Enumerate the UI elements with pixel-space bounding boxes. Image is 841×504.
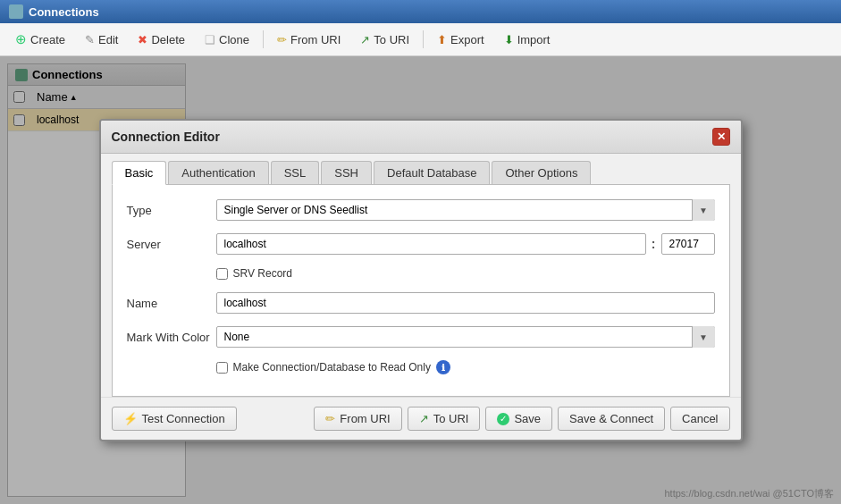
server-label: Server xyxy=(127,238,216,251)
tab-other-options[interactable]: Other Options xyxy=(492,161,591,184)
dialog-close-button[interactable]: ✕ xyxy=(712,128,730,146)
dialog-tabs: Basic Authentication SSL SSH Default Dat… xyxy=(101,154,741,184)
export-icon: ⬆ xyxy=(437,33,447,46)
to-uri-toolbar-button[interactable]: ↗ To URI xyxy=(352,29,417,50)
edit-icon: ✎ xyxy=(85,33,95,46)
save-button[interactable]: ✓ Save xyxy=(485,407,552,431)
color-row: Mark With Color ▼ xyxy=(127,326,715,348)
type-label: Type xyxy=(127,204,216,217)
toolbar: ⊕ Create ✎ Edit ✖ Delete ❑ Clone ✏ From … xyxy=(0,23,841,56)
tab-basic-content: Type ▼ Server xyxy=(112,184,730,397)
from-uri-button[interactable]: ✏ From URI xyxy=(269,29,349,50)
footer-to-uri-icon: ↗ xyxy=(419,412,429,425)
name-input[interactable] xyxy=(216,292,715,314)
content-area: Connections Name ▲ localhost xyxy=(0,56,841,504)
server-port-row: : xyxy=(216,233,715,255)
from-uri-icon: ✏ xyxy=(277,33,287,46)
info-icon[interactable]: ℹ xyxy=(436,360,450,374)
delete-icon: ✖ xyxy=(138,33,147,46)
type-input[interactable] xyxy=(216,199,715,221)
srv-row: SRV Record xyxy=(127,267,715,280)
readonly-label: Make Connection/Database to Read Only xyxy=(233,361,431,374)
color-label: Mark With Color xyxy=(127,331,216,344)
to-uri-toolbar-icon: ↗ xyxy=(360,33,370,46)
footer-to-uri-button[interactable]: ↗ To URI xyxy=(408,407,481,431)
tab-authentication[interactable]: Authentication xyxy=(168,161,268,184)
plus-circle-icon: ⊕ xyxy=(15,31,27,47)
edit-button[interactable]: ✎ Edit xyxy=(77,29,126,50)
tab-default-database[interactable]: Default Database xyxy=(374,161,490,184)
srv-label: SRV Record xyxy=(233,267,292,280)
import-icon: ⬇ xyxy=(504,33,514,46)
port-input[interactable] xyxy=(661,233,715,255)
color-dropdown-arrow[interactable]: ▼ xyxy=(692,326,715,348)
create-button[interactable]: ⊕ Create xyxy=(7,28,73,51)
export-button[interactable]: ⬆ Export xyxy=(429,29,492,50)
toolbar-separator-2 xyxy=(423,30,424,48)
srv-checkbox[interactable] xyxy=(216,268,228,280)
delete-button[interactable]: ✖ Delete xyxy=(130,29,193,50)
footer-from-uri-button[interactable]: ✏ From URI xyxy=(314,407,401,431)
name-control xyxy=(216,292,715,314)
type-row: Type ▼ xyxy=(127,199,715,221)
dialog-title-bar: Connection Editor ✕ xyxy=(101,121,741,154)
save-connect-button[interactable]: Save & Connect xyxy=(558,407,665,431)
dialog-footer: ⚡ Test Connection ✏ From URI ↗ To URI ✓ xyxy=(101,397,741,440)
type-control: ▼ xyxy=(216,199,715,221)
dialog-title-text: Connection Editor xyxy=(112,130,220,144)
window-title: Connections xyxy=(29,5,99,19)
app-icon xyxy=(9,4,23,19)
color-control: ▼ xyxy=(216,326,715,348)
tab-ssh[interactable]: SSH xyxy=(321,161,372,184)
server-row: Server : xyxy=(127,233,715,255)
readonly-row: Make Connection/Database to Read Only ℹ xyxy=(127,360,715,374)
port-separator: : xyxy=(652,237,656,251)
tab-ssl[interactable]: SSL xyxy=(271,161,320,184)
name-row: Name xyxy=(127,292,715,314)
readonly-checkbox[interactable] xyxy=(216,362,228,374)
color-select-wrap: ▼ xyxy=(216,326,715,348)
tab-basic[interactable]: Basic xyxy=(112,161,167,185)
type-dropdown-arrow[interactable]: ▼ xyxy=(692,199,715,221)
toolbar-separator xyxy=(263,30,264,48)
type-select-wrap: ▼ xyxy=(216,199,715,221)
title-bar: Connections xyxy=(0,0,841,23)
test-icon: ⚡ xyxy=(123,412,138,425)
connection-editor-dialog: Connection Editor ✕ Basic Authentication… xyxy=(99,119,743,441)
cancel-button[interactable]: Cancel xyxy=(670,407,729,431)
clone-icon: ❑ xyxy=(205,33,215,46)
name-label: Name xyxy=(127,297,216,310)
import-button[interactable]: ⬇ Import xyxy=(496,29,559,50)
server-input[interactable] xyxy=(216,233,646,255)
save-icon: ✓ xyxy=(497,413,509,425)
test-connection-button[interactable]: ⚡ Test Connection xyxy=(112,407,237,431)
clone-button[interactable]: ❑ Clone xyxy=(197,29,257,50)
modal-overlay: Connection Editor ✕ Basic Authentication… xyxy=(0,56,841,504)
footer-from-uri-icon: ✏ xyxy=(325,412,335,425)
server-control: : xyxy=(216,233,715,255)
color-input[interactable] xyxy=(216,326,715,348)
main-window: Connections ⊕ Create ✎ Edit ✖ Delete ❑ C… xyxy=(0,0,841,504)
